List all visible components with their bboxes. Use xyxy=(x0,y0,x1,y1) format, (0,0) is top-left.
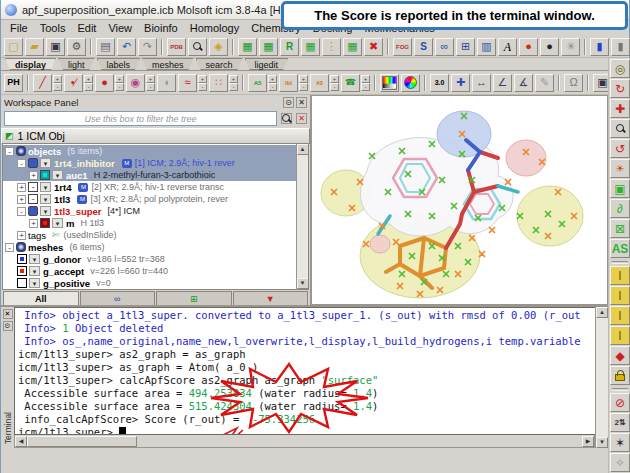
tab-display[interactable]: display xyxy=(5,58,56,70)
tab-search[interactable]: search xyxy=(196,58,243,70)
skin-spinner[interactable]: +- xyxy=(146,75,155,91)
scroll-down-icon[interactable]: ▼ xyxy=(297,278,309,289)
variable-label-spinner[interactable]: +- xyxy=(330,75,339,91)
note-label-spinner[interactable]: +- xyxy=(361,75,370,91)
cpk-style-icon[interactable]: ● xyxy=(95,74,114,92)
redo-icon[interactable]: ↷ xyxy=(138,38,157,56)
select-box-icon[interactable]: ▣ xyxy=(610,179,630,198)
font-icon[interactable]: A xyxy=(498,38,517,56)
terminal-output[interactable]: Info> object a_1tl3_super. converted to … xyxy=(14,307,595,435)
clip-back-icon[interactable]: Ι xyxy=(610,286,630,305)
tab-selections[interactable]: ∞ xyxy=(80,291,156,305)
dark-sphere-icon[interactable]: ● xyxy=(540,38,559,56)
scroll-thumb[interactable] xyxy=(27,436,137,447)
r-console-icon[interactable]: R xyxy=(280,38,299,56)
menu-file[interactable]: File xyxy=(5,21,33,35)
expand-icon[interactable]: + xyxy=(17,195,26,204)
fog-button[interactable]: FOG xyxy=(393,38,412,56)
collapse-icon[interactable]: - xyxy=(5,243,14,252)
paste-icon[interactable]: ▤ xyxy=(96,38,115,56)
lock-icon[interactable] xyxy=(610,366,630,385)
as-label-icon[interactable]: AS xyxy=(610,239,630,258)
stick-style-icon[interactable]: •∕ xyxy=(64,74,83,92)
expand-icon[interactable]: + xyxy=(17,231,26,240)
chevron-down-icon[interactable]: ▾ xyxy=(52,218,63,228)
expand-icon[interactable]: + xyxy=(17,183,26,192)
glasses-icon[interactable]: ∞ xyxy=(435,38,454,56)
tab-meshes[interactable]: meshes xyxy=(142,58,194,70)
chevron-down-icon[interactable]: ▾ xyxy=(29,266,40,276)
lamp-icon[interactable]: ☀ xyxy=(610,159,630,178)
delete-table-icon[interactable]: ✖ xyxy=(364,38,383,56)
clip-plane-1-icon[interactable]: ▮ xyxy=(611,38,630,56)
chevron-down-icon[interactable]: ▾ xyxy=(29,278,40,288)
clip-plane-front-icon[interactable]: ▮ xyxy=(590,38,609,56)
clip-reset-icon[interactable]: Ι xyxy=(610,326,630,345)
collapse-icon[interactable]: - xyxy=(5,147,14,156)
atom-label-icon[interactable]: lbl xyxy=(279,74,298,92)
red-sphere-icon[interactable]: ● xyxy=(519,38,538,56)
scroll-left-icon[interactable]: ◀ xyxy=(15,436,27,447)
tree-row-meshes[interactable]: - meshes (6 items) xyxy=(3,241,296,253)
atom-label-spinner[interactable]: +- xyxy=(299,75,308,91)
scroll-down-icon[interactable]: ▼ xyxy=(596,437,608,448)
expand-icon[interactable]: + xyxy=(29,219,38,228)
pin-terminal-icon[interactable]: ⊙ xyxy=(3,321,13,331)
spray-icon[interactable]: ✳ xyxy=(561,38,580,56)
tree-scrollbar[interactable]: ▲ ▼ xyxy=(296,144,308,289)
tree-filter-input[interactable] xyxy=(4,111,277,126)
stereo-icon[interactable]: S xyxy=(414,38,433,56)
tree-row-1tl3-super[interactable]: - ▾ 1tl3_super [4*] ICM xyxy=(3,205,296,217)
dot-spinner[interactable]: +- xyxy=(229,75,238,91)
lasso-select-icon[interactable]: ∂ xyxy=(610,199,630,218)
crosshair-icon[interactable]: ✚ xyxy=(451,74,470,92)
residue-label-icon[interactable]: A5 xyxy=(248,74,267,92)
menu-view[interactable]: View xyxy=(103,21,137,35)
zoom-icon[interactable] xyxy=(610,119,630,138)
column-pair-icon[interactable]: ⋮ xyxy=(322,38,341,56)
terminal-vscrollbar[interactable]: ▲ ▼ xyxy=(595,307,608,448)
ribbon-style-icon[interactable]: ≈ xyxy=(178,74,197,92)
collapse-icon[interactable]: - xyxy=(17,207,26,216)
cpk-spinner[interactable]: +- xyxy=(115,75,124,91)
residue-label-spinner[interactable]: +- xyxy=(268,75,277,91)
tab-ligedit[interactable]: ligedit xyxy=(245,58,289,70)
clear-selection-icon[interactable]: ⊠ xyxy=(610,219,630,238)
3d-viewer[interactable] xyxy=(312,95,608,305)
tab-light[interactable]: light xyxy=(58,58,95,70)
tab-tables[interactable]: ⊞ xyxy=(156,291,232,305)
float-panel-icon[interactable]: ⊙ xyxy=(283,97,294,108)
wire-style-icon[interactable]: ╱ xyxy=(33,74,52,92)
terminal-hscrollbar[interactable]: ◀ ▶ xyxy=(14,435,595,448)
chem-table-icon[interactable]: ▦ xyxy=(301,38,320,56)
tree-row-1tl3[interactable]: + - ▾ 1tl3 M [3] XR; 2.8Å; pol polyprote… xyxy=(3,193,296,205)
tab-all[interactable]: All xyxy=(3,291,79,305)
tree-row-1rt4-inhibitor[interactable]: - ▾ 1rt4_inhibitor M [1] ICM; 2.9Å; hiv-… xyxy=(3,157,296,169)
color-palette-icon[interactable] xyxy=(380,74,399,92)
append-table-icon[interactable]: ▦ xyxy=(259,38,278,56)
compass-icon[interactable]: ◈ xyxy=(209,38,228,56)
dot-surface-icon[interactable]: ∷ xyxy=(209,74,228,92)
tree-row-g-positive[interactable]: ▾ g_positive v=0 xyxy=(3,277,296,289)
new-document-icon[interactable]: ▢ xyxy=(4,38,23,56)
dihedral-icon[interactable]: ∡ xyxy=(514,74,533,92)
save-icon[interactable]: ▣ xyxy=(46,38,65,56)
chevron-down-icon[interactable]: ▾ xyxy=(40,194,51,204)
edit-tool-icon[interactable]: ✎ xyxy=(535,74,554,92)
search-icon[interactable] xyxy=(188,38,207,56)
wire-spinner[interactable]: +- xyxy=(53,75,62,91)
load-table-icon[interactable]: ▦ xyxy=(238,38,257,56)
tree-row-objects[interactable]: - objects (5 items) xyxy=(3,145,296,157)
angle-icon[interactable]: ∠ xyxy=(493,74,512,92)
star-pick-icon[interactable]: ✶ xyxy=(610,433,630,452)
open-folder-icon[interactable]: ▰ xyxy=(25,38,44,56)
close-panel-icon[interactable]: ✕ xyxy=(296,97,307,108)
collapse-icon[interactable]: - xyxy=(17,159,26,168)
clip-front-icon[interactable]: Ι xyxy=(610,266,630,285)
menu-edit[interactable]: Edit xyxy=(72,21,101,35)
stick-spinner[interactable]: +- xyxy=(84,75,93,91)
line-width-spinner[interactable]: 3.0 xyxy=(430,74,449,92)
skin-style-icon[interactable]: ◉ xyxy=(126,74,145,92)
scroll-up-icon[interactable]: ▲ xyxy=(596,307,608,318)
tree-row-g-accept[interactable]: ▾ g_accept v=226 l=660 tr=440 xyxy=(3,265,296,277)
